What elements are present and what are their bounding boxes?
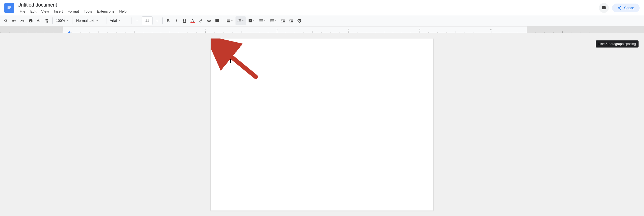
search-button[interactable] (2, 16, 10, 25)
svg-rect-1 (8, 7, 11, 7)
menu-item-view[interactable]: View (39, 9, 51, 14)
spellcheck-button[interactable] (35, 16, 43, 25)
text-color-button[interactable] (189, 16, 196, 25)
separator-3 (106, 17, 106, 24)
text-cursor (230, 58, 231, 63)
arrow-annotation (211, 39, 433, 93)
undo-button[interactable] (10, 16, 18, 25)
toolbar: 100% Normal text Arial − + B I U (0, 15, 644, 26)
menu-bar: FileEditViewInsertFormatToolsExtensionsH… (17, 9, 596, 14)
bullet-list-button[interactable] (257, 16, 268, 25)
menu-item-edit[interactable]: Edit (28, 9, 38, 14)
ruler-canvas (0, 26, 644, 33)
share-button[interactable]: Share (612, 4, 640, 12)
insert-comment-button[interactable] (213, 16, 221, 25)
separator-4 (132, 17, 132, 24)
ruler (0, 26, 644, 33)
font-style-value: Normal text (76, 19, 94, 23)
separator-1 (52, 17, 53, 24)
svg-rect-3 (8, 8, 10, 9)
title-bar: Untitled document FileEditViewInsertForm… (0, 0, 644, 15)
menu-item-format[interactable]: Format (65, 9, 81, 14)
font-size-decrease-button[interactable]: − (133, 16, 141, 25)
menu-item-insert[interactable]: Insert (52, 9, 65, 14)
align-button[interactable] (225, 16, 235, 25)
svg-rect-2 (8, 7, 11, 8)
print-button[interactable] (27, 16, 34, 25)
font-family-selector[interactable]: Arial (108, 16, 130, 25)
underline-button[interactable]: U (181, 16, 188, 25)
highlight-button[interactable] (197, 16, 205, 25)
clear-formatting-button[interactable] (296, 16, 303, 25)
redo-button[interactable] (19, 16, 26, 25)
doc-title[interactable]: Untitled document (17, 2, 596, 8)
app-icon (4, 3, 14, 13)
menu-item-file[interactable]: File (17, 9, 28, 14)
menu-item-help[interactable]: Help (117, 9, 129, 14)
font-size-input[interactable] (142, 16, 153, 25)
title-section: Untitled document FileEditViewInsertForm… (17, 2, 596, 14)
numbered-list-button[interactable] (268, 16, 279, 25)
italic-button[interactable]: I (172, 16, 180, 25)
checklist-button[interactable] (246, 16, 257, 25)
zoom-value: 100% (56, 19, 65, 23)
paint-format-button[interactable] (43, 16, 51, 25)
comments-button[interactable] (599, 3, 609, 13)
main-layout: Untitled document FileEditViewInsertForm… (0, 0, 644, 216)
zoom-selector[interactable]: 100% (54, 16, 71, 25)
font-style-selector[interactable]: Normal text (74, 16, 105, 25)
share-label: Share (624, 6, 634, 10)
font-family-value: Arial (110, 19, 117, 23)
link-button[interactable] (205, 16, 213, 25)
menu-item-tools[interactable]: Tools (82, 9, 94, 14)
separator-5 (162, 17, 163, 24)
font-size-increase-button[interactable]: + (153, 16, 161, 25)
svg-rect-4 (190, 22, 195, 23)
bold-button[interactable]: B (164, 16, 172, 25)
document-area[interactable] (0, 33, 644, 216)
svg-line-6 (218, 46, 256, 77)
menu-item-extensions[interactable]: Extensions (95, 9, 117, 14)
line-spacing-button[interactable] (235, 16, 246, 25)
document-page[interactable] (211, 39, 433, 211)
separator-6 (223, 17, 223, 24)
decrease-indent-button[interactable] (279, 16, 287, 25)
increase-indent-button[interactable] (287, 16, 295, 25)
separator-2 (73, 17, 73, 24)
title-actions: Share (599, 3, 640, 13)
